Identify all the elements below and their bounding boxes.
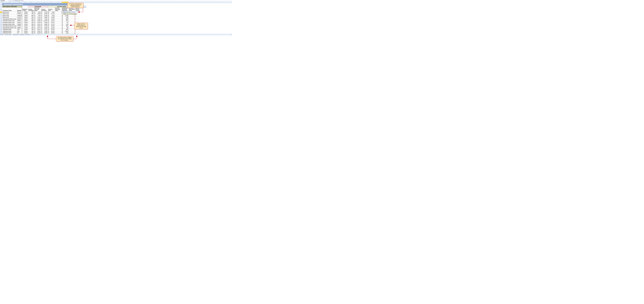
cell[interactable]: Individual Stock xyxy=(2,30,17,32)
cell[interactable]: VUSTX xyxy=(17,17,22,18)
cell[interactable]: $8,010 xyxy=(41,13,48,15)
cell[interactable]: $21.70 xyxy=(48,23,55,25)
cell[interactable]: VISGX xyxy=(17,22,22,24)
cell[interactable]: $23.35 xyxy=(34,20,41,22)
cell[interactable]: $10.52 xyxy=(48,18,55,20)
worksheet-grid[interactable]: 1 Personal Investment 2 Descriptive Info… xyxy=(0,3,232,34)
cell[interactable]: Bond Fund xyxy=(2,15,17,17)
cell[interactable]: 500 xyxy=(28,20,34,22)
cell[interactable]: Domestic Stock Fund xyxy=(2,20,17,22)
row-header[interactable]: 15 xyxy=(0,30,2,32)
tab-nav-first-icon[interactable]: ⏮ xyxy=(0,34,1,35)
column-header-B[interactable]: B xyxy=(17,2,22,3)
cell[interactable]: $186 xyxy=(62,17,68,18)
cell[interactable]: $5,603 xyxy=(41,23,48,25)
cell[interactable]: VTRIX xyxy=(17,25,22,27)
new-sheet-button[interactable]: ✧ xyxy=(30,34,32,35)
cell[interactable]: KO xyxy=(17,32,22,34)
row-header[interactable]: 2 xyxy=(0,6,2,8)
cell[interactable]: International Stock Fund xyxy=(2,25,17,27)
row-header[interactable]: 5 xyxy=(0,13,2,15)
cell[interactable]: $22.41 xyxy=(34,23,41,25)
tab-nav-prev-icon[interactable]: ◀ xyxy=(1,34,2,35)
scroll-right-icon[interactable]: ▶ xyxy=(231,34,232,35)
cell[interactable] xyxy=(55,15,62,17)
cell[interactable]: 4.00% xyxy=(22,17,28,18)
cell[interactable]: $21.51 xyxy=(48,20,55,22)
cell[interactable] xyxy=(55,18,62,20)
cell[interactable]: $10.73 xyxy=(48,13,55,15)
cell[interactable]: $53.30 xyxy=(34,30,41,32)
column-header-G[interactable]: G xyxy=(41,2,48,3)
name-box[interactable]: HLOOKUP ▼ xyxy=(0,0,9,1)
row-header[interactable]: 13 xyxy=(0,27,2,29)
cell[interactable]: 4.60% xyxy=(22,12,28,13)
cell[interactable]: $61.94 xyxy=(48,30,55,32)
row-header[interactable]: 16 xyxy=(0,32,2,34)
cell[interactable]: VWEHX xyxy=(17,15,22,17)
cell[interactable]: Domestic Stock Fund xyxy=(2,23,17,25)
cell[interactable]: VFICX xyxy=(17,12,22,13)
cell[interactable]: 2.60% xyxy=(22,18,28,20)
cell[interactable]: VFSTX xyxy=(17,13,22,15)
cell[interactable]: $14.68 xyxy=(34,18,41,20)
cell[interactable]: TRV xyxy=(17,29,22,31)
cell[interactable]: 2.80% xyxy=(22,32,28,34)
cancel-button[interactable]: ✕ xyxy=(10,0,11,1)
cell[interactable]: $33.30 xyxy=(48,25,55,27)
row-header[interactable]: 8 xyxy=(0,18,2,20)
cell[interactable]: Bond Fund xyxy=(2,12,17,13)
row-header[interactable]: 11 xyxy=(0,23,2,25)
cell[interactable]: $31.80 xyxy=(48,27,55,29)
cell[interactable]: $2,380 xyxy=(62,30,68,32)
formula-input[interactable]: =FV(D4/12,Q4,0,-G4)-G4 xyxy=(14,0,232,1)
cell[interactable]: 150 xyxy=(28,29,34,31)
sheet-tab[interactable]: Investment List xyxy=(12,34,19,35)
cell[interactable]: 150 xyxy=(28,30,34,32)
cell[interactable] xyxy=(55,20,62,22)
tab-nav-next-icon[interactable]: ▶ xyxy=(2,34,2,35)
cell[interactable]: $11,675 xyxy=(41,20,48,22)
cell[interactable]: Domestic Stock Fund xyxy=(2,22,17,24)
cell[interactable] xyxy=(76,17,80,18)
cell[interactable] xyxy=(76,18,80,20)
select-all-corner[interactable] xyxy=(0,2,2,3)
cell[interactable]: 500 xyxy=(28,17,34,18)
cell[interactable]: $5.82 xyxy=(48,15,55,17)
cell[interactable]: $10.88 xyxy=(48,17,55,18)
cell[interactable]: VEIEX xyxy=(17,27,22,29)
cell[interactable]: 250 xyxy=(28,27,34,29)
column-header-A[interactable]: A xyxy=(2,2,17,3)
sheet-tab[interactable]: Investment Detail xyxy=(4,34,12,35)
insert-function-button[interactable]: fx xyxy=(12,0,14,1)
cell[interactable]: $38.14 xyxy=(34,29,41,31)
row-header[interactable]: 6 xyxy=(0,15,2,17)
cell[interactable]: VEIPX xyxy=(17,20,22,22)
scrollbar-thumb[interactable] xyxy=(36,34,41,35)
cell[interactable] xyxy=(76,30,80,32)
cell[interactable]: $55.54 xyxy=(48,29,55,31)
cell[interactable]: $5,500 xyxy=(41,17,48,18)
cell[interactable]: 750 xyxy=(28,13,34,15)
cell[interactable]: 3.20% xyxy=(22,13,28,15)
cell[interactable]: $23.67 xyxy=(48,22,55,24)
cell[interactable]: $7,340 xyxy=(41,18,48,20)
cell[interactable]: 500 xyxy=(28,18,34,20)
cell[interactable]: $40 xyxy=(62,22,68,24)
cell[interactable]: VDMIX xyxy=(17,18,22,20)
cell[interactable]: $1,046 xyxy=(62,15,68,17)
tab-nav-last-icon[interactable]: ⏭ xyxy=(3,34,4,35)
cell-edit-overlay[interactable]: =FV(D4/12,Q4,0,-G4)-G4 xyxy=(62,12,78,13)
cell[interactable]: $698 xyxy=(62,18,68,20)
cell[interactable]: $132 xyxy=(62,32,68,34)
cell[interactable]: 150 xyxy=(28,32,34,34)
cell[interactable] xyxy=(55,25,62,27)
cell[interactable]: $9.49 xyxy=(34,12,41,13)
cell[interactable] xyxy=(76,20,80,22)
cell[interactable]: International Stock Fund xyxy=(2,27,17,29)
cell[interactable]: $4,833 xyxy=(41,22,48,24)
cell[interactable] xyxy=(55,30,62,32)
cell[interactable]: $62.46 xyxy=(34,32,41,34)
sheet-tab[interactable]: Benchmarks xyxy=(19,34,25,35)
enter-button[interactable]: ✓ xyxy=(11,0,12,1)
